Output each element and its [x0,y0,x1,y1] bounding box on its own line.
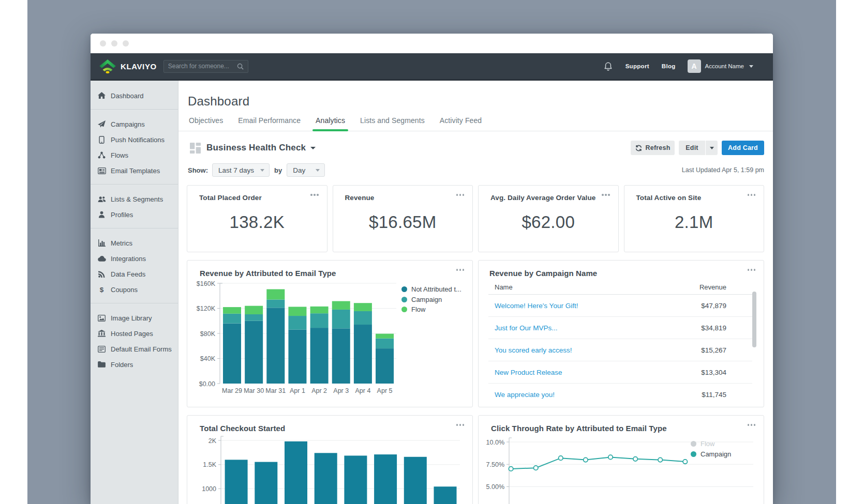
bar-segment-campaign[interactable] [245,314,263,321]
bar-segment-flow[interactable] [288,307,306,316]
card-menu-button[interactable] [602,194,610,196]
bar-segment-campaign[interactable] [354,311,372,325]
card-menu-button[interactable] [748,269,756,271]
bar-segment-not-attributed-t[interactable] [288,330,306,384]
data-point[interactable] [608,455,613,459]
refresh-button[interactable]: Refresh [631,141,675,155]
data-point[interactable] [584,457,588,462]
legend-item-not-attributed-t[interactable]: Not Attributed t... [401,285,461,293]
bar[interactable] [315,453,337,504]
bar-segment-not-attributed-t[interactable] [223,324,241,384]
window-control-dot[interactable] [123,40,129,47]
bar-segment-campaign[interactable] [332,310,350,328]
window-control-dot[interactable] [100,40,106,47]
bar-segment-flow[interactable] [266,289,285,300]
account-avatar[interactable]: A [688,59,701,73]
bar-segment-flow[interactable] [376,334,394,339]
sidebar-item-dashboard[interactable]: Dashboard [91,88,178,103]
sidebar-item-data-feeds[interactable]: Data Feeds [91,266,178,282]
bar[interactable] [285,441,307,504]
sidebar-item-email-templates[interactable]: Email Templates [91,163,178,178]
tab-objectives[interactable]: Objectives [189,115,223,131]
bar-segment-not-attributed-t[interactable] [310,328,329,384]
bar-segment-flow[interactable] [310,307,329,313]
legend-item-flow[interactable]: Flow [691,440,731,448]
data-point[interactable] [559,456,563,460]
bar-segment-campaign[interactable] [288,316,306,330]
campaign-link[interactable]: We appreciate you! [495,391,555,399]
bar-segment-campaign[interactable] [223,314,241,324]
window-control-dot[interactable] [111,40,117,47]
granularity-select[interactable]: Day [287,163,325,177]
board-selector[interactable]: Business Health Check [206,143,306,153]
bar[interactable] [225,460,248,504]
board-selector-caret-icon[interactable] [310,147,316,149]
card-menu-button[interactable] [748,194,756,196]
sidebar-item-flows[interactable]: Flows [91,147,178,163]
bar-segment-campaign[interactable] [376,339,394,348]
sidebar-item-folders[interactable]: Folders [91,357,178,372]
tab-activity-feed[interactable]: Activity Feed [440,115,482,131]
charts-row: Total Checkout Started 2K1.5K1000 Click … [187,415,764,504]
bar-segment-flow[interactable] [223,307,241,314]
global-search-input[interactable]: Search for someone... [163,60,248,73]
tab-bar: ObjectivesEmail PerformanceAnalyticsList… [178,115,773,131]
table-scrollbar[interactable] [752,292,756,347]
card-menu-button[interactable] [456,194,465,196]
bar-segment-campaign[interactable] [310,313,329,328]
bar[interactable] [434,486,457,504]
sidebar-item-profiles[interactable]: Profiles [91,207,178,222]
sidebar-item-lists-segments[interactable]: Lists & Segments [91,191,178,207]
sidebar-item-image-library[interactable]: Image Library [91,310,178,326]
sidebar-item-metrics[interactable]: Metrics [91,235,178,251]
data-point[interactable] [509,467,513,471]
campaign-link[interactable]: Welcome! Here's Your Gift! [495,302,578,310]
edit-button[interactable]: Edit [679,141,705,155]
campaign-link[interactable]: New Product Release [495,369,562,376]
sidebar-item-campaigns[interactable]: Campaigns [91,116,178,132]
data-point[interactable] [534,466,538,470]
data-point[interactable] [633,457,637,461]
bar[interactable] [374,454,397,504]
klaviyo-logo[interactable]: KLAVIYO [99,59,157,73]
bar[interactable] [255,462,277,504]
bar-segment-not-attributed-t[interactable] [245,321,263,384]
bar[interactable] [344,455,367,504]
tab-analytics[interactable]: Analytics [316,115,345,131]
add-card-button[interactable]: Add Card [722,141,764,155]
svg-text:$: $ [100,286,104,294]
sidebar-item-push-notifications[interactable]: Push Notifications [91,132,178,147]
sidebar-item-default-email-forms[interactable]: Default Email Forms [91,341,178,357]
tab-lists-and-segments[interactable]: Lists and Segments [360,115,425,131]
bar[interactable] [404,457,427,504]
campaign-link[interactable]: You scored early access! [495,346,572,354]
x-axis-label: Apr 5 [377,387,393,394]
legend-item-campaign[interactable]: Campaign [691,450,731,458]
legend-item-campaign[interactable]: Campaign [401,296,461,303]
tab-email-performance[interactable]: Email Performance [238,115,301,131]
sidebar-item-coupons[interactable]: $Coupons [91,282,178,297]
date-range-select[interactable]: Last 7 days [212,163,270,177]
edit-menu-caret-button[interactable] [706,141,718,155]
sidebar-item-integrations[interactable]: Integrations [91,251,178,266]
bar-segment-not-attributed-t[interactable] [266,308,285,384]
sidebar-item-hosted-pages[interactable]: Hosted Pages [91,326,178,341]
data-point[interactable] [658,457,662,462]
campaign-revenue-table: Name Revenue Welcome! Here's Your Gift!$… [488,280,752,406]
data-point[interactable] [683,460,687,464]
nav-link-support[interactable]: Support [625,63,649,69]
bar-segment-campaign[interactable] [266,300,285,308]
bar-segment-flow[interactable] [332,301,350,310]
account-name[interactable]: Account Name [705,63,744,69]
card-menu-button[interactable] [310,194,319,196]
bar-segment-not-attributed-t[interactable] [376,348,394,384]
bar-segment-not-attributed-t[interactable] [332,328,350,384]
bar-segment-flow[interactable] [354,303,372,311]
bar-segment-flow[interactable] [245,306,263,314]
account-menu-caret-icon[interactable] [749,65,753,68]
legend-item-flow[interactable]: Flow [401,306,461,313]
campaign-link[interactable]: Just for Our MVPs... [495,324,558,332]
bar-segment-not-attributed-t[interactable] [354,325,372,384]
notifications-bell-icon[interactable] [604,62,613,71]
nav-link-blog[interactable]: Blog [662,63,676,69]
